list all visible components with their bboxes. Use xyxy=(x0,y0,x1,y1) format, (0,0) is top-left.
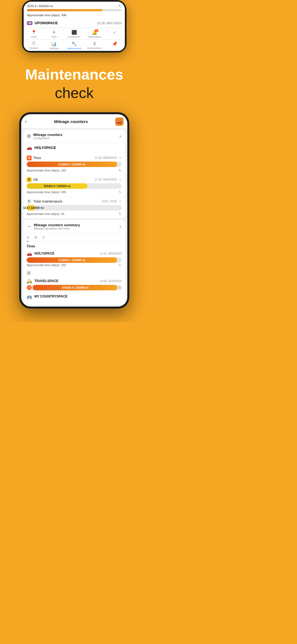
section-header-config: ⚙ Mileage counters Configuration ∧ xyxy=(23,130,125,143)
summary-unit-travelspace-header: 🛵 TRAVELSPACE 14:08, 03/16/2023 xyxy=(27,279,122,284)
summary-header-left: ↔ Mileage counters summary Mileage calcu… xyxy=(27,223,80,230)
section-subtitle: Configuration xyxy=(33,137,62,140)
edit-icon-tires[interactable]: ✏ xyxy=(119,156,122,160)
travelspace-icon: 🛵 xyxy=(27,279,32,284)
maint-progress-label-total: 8762.8 / 100000 mi xyxy=(23,206,44,209)
maint-progress-fill-oil: 358461.9 / 560000 mi xyxy=(27,183,87,189)
top-phone-wrapper: 3235.8 / 400000 mi ↻ Approximate time (d… xyxy=(0,0,148,53)
summary-tab-b[interactable]: B xyxy=(35,235,37,242)
top-refresh-icon[interactable]: ↻ xyxy=(119,4,122,8)
summary-titles: Mileage counters summary Mileage calcula… xyxy=(34,223,80,230)
maint-date-total: 14:01, 01/16 xyxy=(101,200,117,203)
unit-name-text: UFOINSPACE xyxy=(35,21,58,25)
travelspace-fill: 155029.4 / 100000 mi xyxy=(33,285,117,290)
reset-icon-oil[interactable]: ↻ xyxy=(119,190,122,194)
chevron-up-icon[interactable]: ∧ xyxy=(119,134,122,138)
holyspace-name-text: HOLYSPACE xyxy=(34,146,56,150)
summary-header: ↔ Mileage counters summary Mileage calcu… xyxy=(23,220,125,233)
maint-item-header-total: C Total maintenance 14:01, 01/16 ✏ xyxy=(27,199,122,204)
bottom-phone-screen: ‹ Mileage counters 🚗 ⚙ Mileage counters … xyxy=(21,114,127,307)
reset-icon-travelspace[interactable]: ↻ xyxy=(119,285,122,290)
summary-holyspace-fill: 212060.2 / 224000 mi xyxy=(27,257,117,263)
summary-travelspace-name: TRAVELSPACE xyxy=(34,279,59,283)
summary-tab-a[interactable]: A xyxy=(27,235,29,242)
holyspace-car-icon: 🚗 xyxy=(27,145,32,150)
trips-icon: ✈ xyxy=(52,30,56,35)
letter-a-row: A xyxy=(23,269,125,277)
top-unit-name: 🚐 UFOINSPACE xyxy=(27,21,58,25)
units-icon: 📍 xyxy=(31,30,37,35)
summary-unit-travelspace: 🛵 TRAVELSPACE 14:08, 03/16/2023 ! 155029… xyxy=(23,277,125,292)
tab-trips[interactable]: ✈ Trips xyxy=(44,28,64,39)
summary-holyspace-approx: Approximate time (days): 182 ↻ xyxy=(27,263,122,267)
top-mileage-row: 3235.8 / 400000 mi ↻ xyxy=(27,4,122,8)
statistics-icon: 📊 xyxy=(51,41,57,47)
top-mileage-text: 3235.8 / 400000 mi xyxy=(27,4,53,8)
letter-a-badge: A xyxy=(27,271,31,275)
config-icon: ⚙ xyxy=(27,133,31,139)
summary-countryspace-name: MY COUNTRYSPACE xyxy=(34,294,67,298)
summary-holyspace-approx-text: Approximate time (days): 182 xyxy=(27,263,66,267)
maint-approx-tires: Approximate time (days): 182 ↻ xyxy=(27,168,122,173)
summary-category-tires: Tires xyxy=(23,242,125,249)
summary-tab-c[interactable]: C xyxy=(42,235,45,242)
timeline-icon: ⏱ xyxy=(32,41,36,46)
pin-icon: 📌 xyxy=(112,41,117,47)
car-badge: 🚗 xyxy=(115,118,123,126)
subscriptions-icon: $ xyxy=(93,41,96,46)
reset-icon-total[interactable]: ↻ xyxy=(119,212,122,216)
tab-timeline-label: Timeline xyxy=(29,47,38,50)
unit-datetime: 22:28, 09/17/2023 xyxy=(97,21,122,25)
summary-unit-holyspace: 🚗 HOLYSPACE 11:10, 08/04/2023 212060.2 /… xyxy=(23,249,125,269)
edit-icon-total[interactable]: ✏ xyxy=(119,200,122,203)
maint-date-oil: 17:44, 04/07/2023 xyxy=(95,178,117,181)
unit-car-icon: 🚐 xyxy=(27,21,32,25)
top-progress-fill xyxy=(27,9,103,11)
top-phone-screen: 3235.8 / 400000 mi ↻ Approximate time (d… xyxy=(24,2,125,51)
top-unit-header: 🚐 UFOINSPACE 22:28, 09/17/2023 xyxy=(27,19,122,27)
reset-icon-holyspace[interactable]: ↻ xyxy=(119,263,122,267)
maint-approx-oil: Approximate time (days): 455 ↻ xyxy=(27,190,122,194)
summary-holyspace-progress: 212060.2 / 224000 mi xyxy=(27,257,122,263)
reset-icon-tires[interactable]: ↻ xyxy=(119,168,122,173)
geofences-icon: ⬛ xyxy=(72,30,77,35)
summary-subtitle: Mileage calculation and reset xyxy=(34,227,80,230)
maint-progress-fill-tires: 212060.2 / 224000 mi xyxy=(27,162,117,167)
top-phone: 3235.8 / 400000 mi ↻ Approximate time (d… xyxy=(22,0,127,53)
tab-units-label: Units xyxy=(31,36,37,38)
tab-statistics-label: Statistics xyxy=(49,47,59,50)
hero-subtitle: check xyxy=(6,85,143,101)
maint-item-total: C Total maintenance 14:01, 01/16 ✏ 8762.… xyxy=(23,197,125,219)
summary-holyspace-date: 11:10, 08/04/2023 xyxy=(100,252,122,255)
tab-more[interactable]: ✓ xyxy=(105,28,125,39)
summary-unit-countryspace: 🚌 MY COUNTRYSPACE xyxy=(23,292,125,305)
hero-title: Maintenances xyxy=(6,66,143,83)
tab-geofences-label: Geofences xyxy=(68,36,80,38)
maint-badge-a: A xyxy=(27,155,32,160)
summary-holyspace-name: HOLYSPACE xyxy=(34,252,54,255)
maint-progress-oil: 358461.9 / 560000 mi xyxy=(27,183,122,189)
edit-icon-oil[interactable]: ✏ xyxy=(119,178,122,182)
approx-text-total: Approximate time (days): 81 xyxy=(27,212,65,215)
tab-geofences[interactable]: ⬛ Geofences xyxy=(64,28,84,39)
maint-name-total: Total maintenance xyxy=(33,199,62,203)
bottom-phone-wrapper: ‹ Mileage counters 🚗 ⚙ Mileage counters … xyxy=(0,112,148,314)
tab-maintenance[interactable]: 🔧 Maintenance xyxy=(64,40,84,51)
nav-tabs-row2: ⏱ Timeline 📊 Statistics 🔧 Maintenance $ … xyxy=(24,39,125,51)
tab-pin[interactable]: 📌 xyxy=(105,40,125,51)
approx-text-tires: Approximate time (days): 182 xyxy=(27,169,66,172)
tab-subscriptions[interactable]: $ Subscriptions xyxy=(84,40,105,51)
summary-chevron-icon[interactable]: ∧ xyxy=(119,224,122,229)
top-screen-header: 3235.8 / 400000 mi ↻ Approximate time (d… xyxy=(24,2,125,28)
maint-progress-fill-total: 8762.8 / 100000 mi xyxy=(27,205,35,211)
tab-timeline[interactable]: ⏱ Timeline xyxy=(24,40,44,51)
tab-notifications[interactable]: 🔔 1 Notifications xyxy=(84,28,105,39)
tab-statistics[interactable]: 📊 Statistics xyxy=(44,40,64,51)
maint-progress-tires: 212060.2 / 224000 mi xyxy=(27,162,122,167)
maint-item-oil: B Oil 17:44, 04/07/2023 ✏ 358461.9 / 560… xyxy=(23,175,125,197)
maint-label-row-tires: A Tires xyxy=(27,155,41,160)
tab-units[interactable]: 📍 Units xyxy=(24,28,44,39)
back-button[interactable]: ‹ xyxy=(25,119,27,124)
maintenance-icon: 🔧 xyxy=(72,41,77,47)
maint-progress-total: 8762.8 / 100000 mi xyxy=(27,205,122,211)
